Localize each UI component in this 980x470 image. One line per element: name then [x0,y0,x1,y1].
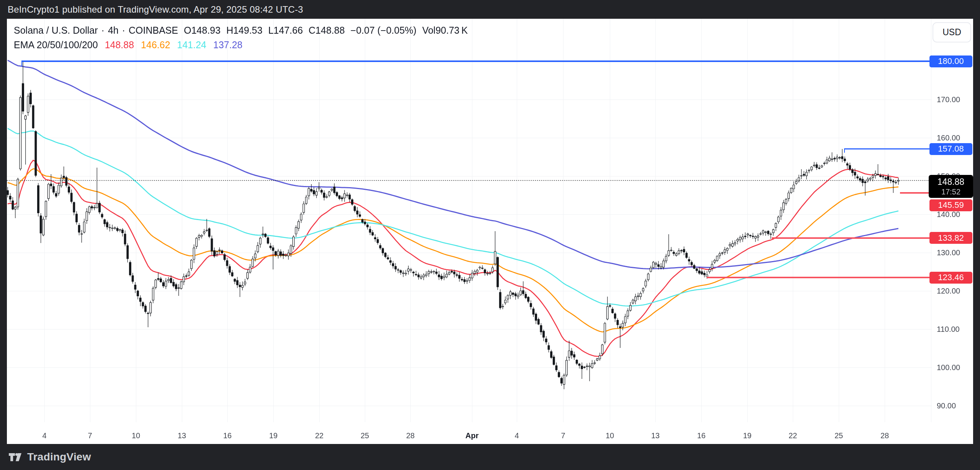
ema50-value: 146.62 [141,39,170,51]
x-axis-label: 4 [31,431,58,441]
x-axis-label: 25 [351,431,378,441]
level-badge-157.08: 157.08 [929,143,972,155]
time-axis[interactable]: 4710131619222528Apr4710131619222528 [7,422,932,444]
ema200-value: 137.28 [213,39,242,51]
symbol-info: Solana / U.S. Dollar · 4h · COINBASE [14,25,178,36]
indicator-legend: EMA 20/50/100/200 148.88 146.62 141.24 1… [14,39,243,51]
separator-dot: · [122,25,125,36]
current-price-badge: 148.8817:52 [929,175,973,198]
x-axis-label: 28 [871,431,898,441]
x-axis-label: 10 [596,431,623,441]
x-axis-label: 22 [779,431,806,441]
ohlc-low: L147.66 [268,25,303,36]
y-axis-label: 170.00 [937,95,960,104]
current-price-value: 148.88 [938,177,964,187]
y-axis-label: 130.00 [937,248,960,258]
level-badge-145.59: 145.59 [929,199,972,211]
x-axis-label: 28 [397,431,424,441]
symbol-name: Solana / U.S. Dollar [14,25,98,36]
volume: Vol90.73 K [422,25,468,36]
x-axis-label: 16 [688,431,715,441]
attribution-text: BeInCrypto1 published on TradingView.com… [8,4,303,15]
ohlc-high: H149.53 [226,25,263,36]
symbol-header: Solana / U.S. Dollar · 4h · COINBASE O14… [14,25,468,36]
interval-label: 4h [108,25,119,36]
x-axis-label: 16 [214,431,241,441]
x-axis-label: 13 [168,431,195,441]
ohlc-open: O148.93 [184,25,220,36]
level-badge-180.00: 180.00 [929,55,972,67]
bar-countdown: 17:52 [941,187,960,196]
y-axis-label: 110.00 [937,324,960,334]
tradingview-logo-icon[interactable] [8,452,23,462]
x-axis-label: 4 [503,431,530,441]
x-axis-label-month: Apr [459,431,485,441]
x-axis-label: 7 [77,431,103,441]
footer-bar: TradingView [0,444,980,470]
x-axis-label: 10 [122,431,149,441]
ema-label: EMA 20/50/100/200 [14,39,98,51]
ohlc-close: C148.88 [309,25,345,36]
price-axis[interactable]: 170.00160.00150.00140.00130.00120.00110.… [931,19,973,422]
separator-dot: · [101,25,105,36]
x-axis-label: 22 [306,431,333,441]
level-badge-123.46: 123.46 [929,272,972,284]
tradingview-wordmark[interactable]: TradingView [27,451,91,463]
y-axis-label: 90.00 [937,401,956,411]
ema20-value: 148.88 [105,39,134,51]
price-chart-canvas[interactable] [7,19,973,444]
level-badge-133.82: 133.82 [929,232,972,244]
ema100-value: 141.24 [177,39,206,51]
currency-toggle-button[interactable]: USD [933,22,971,42]
x-axis-label: 25 [825,431,852,441]
exchange-label: COINBASE [129,25,178,36]
x-axis-label: 7 [550,431,577,441]
attribution-bar: BeInCrypto1 published on TradingView.com… [0,0,980,19]
x-axis-label: 19 [734,431,761,441]
y-axis-label: 100.00 [937,362,960,372]
price-change: −0.07 (−0.05%) [351,25,416,36]
y-axis-label: 160.00 [937,133,960,143]
chart-panel: Solana / U.S. Dollar · 4h · COINBASE O14… [7,19,973,444]
x-axis-label: 13 [642,431,669,441]
x-axis-label: 19 [260,431,287,441]
y-axis-label: 120.00 [937,286,960,296]
